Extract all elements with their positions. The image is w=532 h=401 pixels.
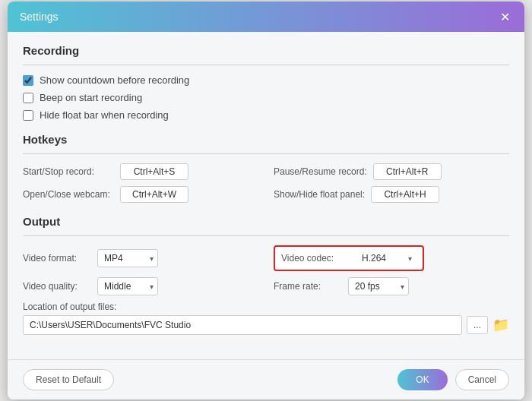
output-divider xyxy=(23,235,509,236)
location-label: Location of output files: xyxy=(23,302,509,312)
recording-divider xyxy=(23,65,509,65)
hotkey-row-start-stop: Start/Stop record: xyxy=(23,163,258,180)
video-quality-row: Video quality: Low Middle High xyxy=(23,277,258,295)
cancel-button[interactable]: Cancel xyxy=(455,369,509,390)
hotkey-row-float-panel: Show/Hide float panel: xyxy=(274,186,509,203)
pause-resume-label: Pause/Resume record: xyxy=(274,166,367,177)
reset-button[interactable]: Reset to Default xyxy=(23,369,114,390)
ok-button[interactable]: OK xyxy=(397,369,447,390)
hide-float-bar-checkbox[interactable] xyxy=(23,110,33,121)
video-codec-highlight: Video codec: H.264 H.265 VP8 VP9 xyxy=(274,245,424,271)
dialog-title: Settings xyxy=(20,11,59,23)
footer: Reset to Default OK Cancel xyxy=(8,359,524,399)
start-stop-input[interactable] xyxy=(120,163,188,180)
frame-rate-label: Frame rate: xyxy=(274,281,342,292)
output-grid: Video format: MP4 AVI MOV MKV Video code… xyxy=(23,245,509,295)
video-codec-select-wrapper: H.264 H.265 VP8 VP9 xyxy=(356,250,416,267)
close-button[interactable]: ✕ xyxy=(497,9,512,24)
video-quality-select[interactable]: Low Middle High xyxy=(97,277,158,295)
checkbox-row-2: Hide float bar when recording xyxy=(23,109,509,121)
recording-section-title: Recording xyxy=(23,44,509,57)
hotkey-row-webcam: Open/Close webcam: xyxy=(23,186,258,203)
video-codec-label: Video codec: xyxy=(281,253,350,264)
video-format-row: Video format: MP4 AVI MOV MKV xyxy=(23,245,258,271)
output-section-title: Output xyxy=(23,215,509,228)
float-panel-input[interactable] xyxy=(371,186,439,203)
recording-section: Recording Show countdown before recordin… xyxy=(23,44,509,121)
hotkeys-section-title: Hotkeys xyxy=(23,133,509,146)
video-format-label: Video format: xyxy=(23,253,91,264)
dots-button[interactable]: ... xyxy=(467,316,488,334)
float-panel-label: Show/Hide float panel: xyxy=(274,189,365,200)
beep-on-start-checkbox[interactable] xyxy=(23,93,33,103)
title-bar: Settings ✕ xyxy=(8,2,524,32)
frame-rate-select[interactable]: 15 fps 20 fps 24 fps 30 fps 60 fps xyxy=(348,277,409,295)
video-codec-row: Video codec: H.264 H.265 VP8 VP9 xyxy=(274,245,509,271)
video-format-select[interactable]: MP4 AVI MOV MKV xyxy=(97,249,158,267)
video-format-select-wrapper: MP4 AVI MOV MKV xyxy=(97,249,158,267)
output-section: Output Video format: MP4 AVI MOV MKV xyxy=(23,215,509,335)
folder-button[interactable]: 📁 xyxy=(492,317,509,333)
show-countdown-label: Show countdown before recording xyxy=(40,74,189,86)
webcam-label: Open/Close webcam: xyxy=(23,189,114,200)
hotkeys-grid: Start/Stop record: Pause/Resume record: … xyxy=(23,163,509,203)
video-codec-select[interactable]: H.264 H.265 VP8 VP9 xyxy=(356,250,416,267)
footer-right: OK Cancel xyxy=(397,369,509,390)
folder-icon: 📁 xyxy=(492,317,509,333)
start-stop-label: Start/Stop record: xyxy=(23,166,114,177)
video-quality-select-wrapper: Low Middle High xyxy=(97,277,158,295)
frame-rate-row: Frame rate: 15 fps 20 fps 24 fps 30 fps … xyxy=(274,277,509,295)
beep-on-start-label: Beep on start recording xyxy=(40,92,142,103)
frame-rate-select-wrapper: 15 fps 20 fps 24 fps 30 fps 60 fps xyxy=(348,277,409,295)
location-input-row: ... 📁 xyxy=(23,315,509,335)
location-row: Location of output files: ... 📁 xyxy=(23,302,509,335)
hide-float-bar-label: Hide float bar when recording xyxy=(40,109,169,121)
hotkeys-divider xyxy=(23,153,509,154)
checkbox-row-0: Show countdown before recording xyxy=(23,74,509,86)
video-quality-label: Video quality: xyxy=(23,281,91,292)
hotkey-row-pause-resume: Pause/Resume record: xyxy=(274,163,509,180)
webcam-input[interactable] xyxy=(120,186,188,203)
checkbox-row-1: Beep on start recording xyxy=(23,92,509,103)
pause-resume-input[interactable] xyxy=(373,163,442,180)
location-input[interactable] xyxy=(23,315,462,335)
show-countdown-checkbox[interactable] xyxy=(23,75,33,86)
settings-dialog: Settings ✕ Recording Show countdown befo… xyxy=(8,2,524,399)
content-area: Recording Show countdown before recordin… xyxy=(8,32,524,359)
hotkeys-section: Hotkeys Start/Stop record: Pause/Resume … xyxy=(23,133,509,203)
